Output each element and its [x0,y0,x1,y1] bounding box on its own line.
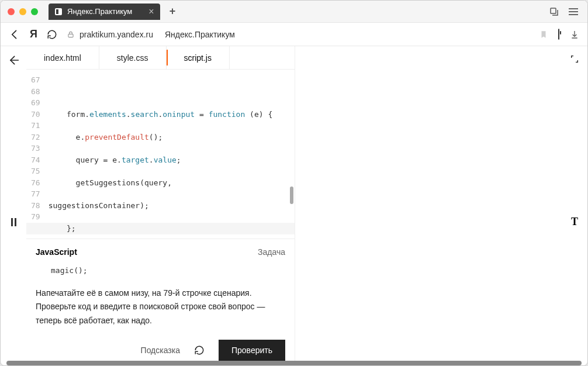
url-host: praktikum.yandex.ru [79,30,153,39]
text-tool-icon[interactable]: T [571,216,578,228]
tok: oninput [162,110,195,119]
tab-close-icon[interactable]: × [148,7,154,16]
horizontal-scrollbar[interactable] [6,361,582,365]
tok: query = e. [49,156,122,164]
line-num: 72 [31,132,40,143]
line-num: 69 [31,97,40,109]
line-num: 70 [31,109,40,120]
fullscreen-icon[interactable] [570,54,579,64]
line-num: 78 [31,200,40,212]
file-tab-label: index.html [44,53,81,63]
download-icon[interactable] [570,30,579,39]
line-gutter: 67 68 69 70 71 72 73 74 75 76 77 78 79 [26,70,46,239]
editor-panel: index.html style.css script.js 67 68 69 … [26,46,295,365]
check-button[interactable]: Проверить [219,340,285,361]
line-num: 67 [31,74,40,86]
line-num: 79 [31,211,40,223]
reload-icon[interactable] [47,29,57,40]
tok: . [149,156,154,164]
yandex-home-icon[interactable]: Я [30,28,37,40]
tok: elements [89,110,126,119]
line-num: 68 [31,86,40,98]
lesson-back-icon[interactable] [8,54,19,66]
task-instructions: Напечатайте её в самом низу, на 79-й стр… [36,286,285,336]
left-rail [1,46,26,365]
site-icon [54,8,63,16]
maximize-window-icon[interactable] [31,8,38,15]
tok: function [209,110,245,119]
lock-icon [67,30,75,39]
file-tab-label: script.js [184,53,212,63]
tok: value [154,156,177,164]
task-link[interactable]: Задача [258,247,285,257]
tok: (); [149,133,162,141]
code-editor[interactable]: 67 68 69 70 71 72 73 74 75 76 77 78 79 f… [26,70,295,239]
browser-tabstrip: Яндекс.Практикум × + [1,1,587,23]
tok: . [126,110,131,119]
svg-rect-1 [56,9,58,14]
tok: ; [177,156,181,164]
tok: }; [49,224,76,233]
tok: = [195,110,208,119]
tok: search [131,110,158,119]
hint-button[interactable]: Подсказка [141,346,180,355]
menu-icon[interactable] [569,8,578,15]
tok: preventDefault [85,133,149,141]
tok: getSuggestions(query, [49,178,177,187]
window-controls [8,8,38,15]
svg-rect-3 [68,34,73,37]
back-icon[interactable] [9,29,20,40]
tab-title: Яндекс.Практикум [67,7,132,16]
file-tab-html[interactable]: index.html [26,46,99,69]
right-rail: T [562,46,587,365]
svg-rect-2 [551,8,556,13]
browser-tab[interactable]: Яндекс.Практикум × [49,4,160,20]
line-num: 75 [31,165,40,177]
line-num: 77 [31,188,40,200]
file-tabs: index.html style.css script.js [26,46,295,70]
pause-icon[interactable] [11,218,16,226]
line-num: 76 [31,177,40,189]
file-tab-js[interactable]: script.js [167,46,230,69]
task-panel: JavaScript Задача magic(); Напечатайте е… [26,239,295,365]
task-language: JavaScript [36,247,77,257]
address-bar-row: Я praktikum.yandex.ru Яндекс.Практикум [1,23,587,46]
reset-icon[interactable] [194,345,205,355]
close-window-icon[interactable] [8,8,15,15]
battery-icon [558,29,559,40]
tok: (e) { [245,110,272,119]
address-bar[interactable]: praktikum.yandex.ru Яндекс.Практикум [67,30,235,39]
line-num: 74 [31,154,40,166]
tok: form. [49,110,89,119]
code-content: form.elements.search.oninput = function … [46,70,275,239]
minimize-window-icon[interactable] [19,8,26,15]
task-actions: Подсказка Проверить [36,336,285,361]
nav-controls: Я [9,28,57,40]
task-code-sample: magic(); [36,266,285,286]
collections-icon[interactable] [549,6,559,17]
app-content: index.html style.css script.js 67 68 69 … [1,46,587,365]
file-tab-label: style.css [117,53,148,63]
file-tab-css[interactable]: style.css [99,46,167,69]
tok: e. [49,133,85,141]
tok: suggestionsContainer); [49,201,149,210]
bookmark-icon[interactable] [539,30,548,39]
line-num: 73 [31,143,40,154]
new-tab-button[interactable]: + [165,5,181,18]
scrollbar-thumb[interactable] [290,187,293,204]
url-site-title: Яндекс.Практикум [165,30,235,39]
line-num: 71 [31,120,40,132]
tok: target [122,156,149,164]
browser-window: Яндекс.Практикум × + Я praktikum.yandex [0,0,588,366]
